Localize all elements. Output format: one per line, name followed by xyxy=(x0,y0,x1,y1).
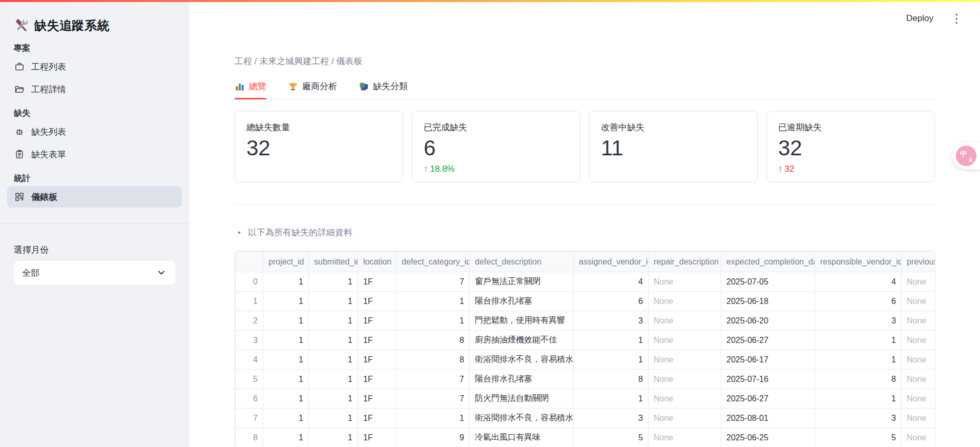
cell-defect_description[interactable]: 窗戶無法正常關閉 xyxy=(470,272,574,292)
cell-index[interactable]: 4 xyxy=(236,350,263,370)
cell-responsible_vendor_id[interactable]: 1 xyxy=(815,350,902,370)
cell-location[interactable]: 1F xyxy=(358,370,397,389)
column-header-submitted_id[interactable]: submitted_id xyxy=(309,252,358,272)
cell-responsible_vendor_id[interactable]: 3 xyxy=(815,409,902,428)
cell-defect_category_id[interactable]: 9 xyxy=(397,428,470,447)
deploy-button[interactable]: Deploy xyxy=(906,13,933,24)
cell-repair_description[interactable]: None xyxy=(649,350,721,370)
kebab-menu-icon[interactable]: ⋮ xyxy=(947,11,967,27)
cell-defect_description[interactable]: 陽台排水孔堵塞 xyxy=(470,370,574,389)
cell-repair_description[interactable]: None xyxy=(649,428,721,447)
cell-previous_[interactable]: None xyxy=(902,409,936,428)
cell-submitted_id[interactable]: 1 xyxy=(309,311,358,331)
cell-repair_description[interactable]: None xyxy=(649,370,721,389)
cell-repair_description[interactable]: None xyxy=(649,272,721,292)
cell-assigned_vendor_id[interactable]: 5 xyxy=(574,428,649,447)
cell-assigned_vendor_id[interactable]: 4 xyxy=(574,272,649,292)
cell-location[interactable]: 1F xyxy=(358,331,397,350)
cell-previous_[interactable]: None xyxy=(902,331,936,350)
cell-responsible_vendor_id[interactable]: 5 xyxy=(815,428,902,447)
cell-assigned_vendor_id[interactable]: 6 xyxy=(574,292,649,311)
column-header-project_id[interactable]: project_id xyxy=(263,252,309,272)
cell-submitted_id[interactable]: 1 xyxy=(309,272,358,292)
cell-responsible_vendor_id[interactable]: 3 xyxy=(815,311,902,331)
cell-project_id[interactable]: 1 xyxy=(263,389,309,409)
cell-index[interactable]: 5 xyxy=(236,370,263,389)
cell-defect_description[interactable]: 防火門無法自動關閉 xyxy=(470,389,574,409)
cell-previous_[interactable]: None xyxy=(902,292,936,311)
cell-project_id[interactable]: 1 xyxy=(263,311,309,331)
cell-repair_description[interactable]: None xyxy=(649,292,721,311)
cell-previous_[interactable]: None xyxy=(902,311,936,331)
cell-index[interactable]: 6 xyxy=(236,389,263,409)
cell-previous_[interactable]: None xyxy=(902,350,936,370)
tab-廠商分析[interactable]: 廠商分析 xyxy=(288,80,337,99)
cell-project_id[interactable]: 1 xyxy=(263,409,309,428)
cell-expected_completion_day[interactable]: 2025-06-25 xyxy=(721,428,815,447)
sidebar-item-儀錶板[interactable]: 儀錶板 xyxy=(7,186,182,208)
cell-index[interactable]: 1 xyxy=(236,292,263,311)
cell-defect_description[interactable]: 衛浴間排水不良，容易積水 xyxy=(470,350,574,370)
cell-index[interactable]: 2 xyxy=(236,311,263,331)
column-header-index[interactable] xyxy=(236,252,263,272)
cell-responsible_vendor_id[interactable]: 1 xyxy=(815,331,902,350)
column-header-assigned_vendor_id[interactable]: assigned_vendor_id xyxy=(574,252,649,272)
cell-previous_[interactable]: None xyxy=(902,370,936,389)
cell-responsible_vendor_id[interactable]: 6 xyxy=(815,292,902,311)
cell-assigned_vendor_id[interactable]: 3 xyxy=(574,409,649,428)
cell-submitted_id[interactable]: 1 xyxy=(309,389,358,409)
cell-defect_category_id[interactable]: 1 xyxy=(397,409,470,428)
cell-assigned_vendor_id[interactable]: 1 xyxy=(574,331,649,350)
cell-project_id[interactable]: 1 xyxy=(263,292,309,311)
cell-project_id[interactable]: 1 xyxy=(263,350,309,370)
cell-expected_completion_day[interactable]: 2025-08-01 xyxy=(721,409,815,428)
cell-repair_description[interactable]: None xyxy=(649,409,721,428)
cell-defect_category_id[interactable]: 7 xyxy=(397,389,470,409)
cell-responsible_vendor_id[interactable]: 8 xyxy=(815,370,902,389)
cell-defect_description[interactable]: 衛浴間排水不良，容易積水 xyxy=(470,409,574,428)
cell-submitted_id[interactable]: 1 xyxy=(309,331,358,350)
cell-expected_completion_day[interactable]: 2025-07-16 xyxy=(721,370,815,389)
cell-defect_description[interactable]: 門把鬆動，使用時有異響 xyxy=(470,311,574,331)
dataframe[interactable]: project_idsubmitted_idlocationdefect_cat… xyxy=(235,251,935,447)
cell-project_id[interactable]: 1 xyxy=(263,370,309,389)
column-header-defect_description[interactable]: defect_description xyxy=(470,252,574,272)
cell-submitted_id[interactable]: 1 xyxy=(309,428,358,447)
cell-submitted_id[interactable]: 1 xyxy=(309,350,358,370)
cell-index[interactable]: 0 xyxy=(236,272,263,292)
sidebar-item-工程列表[interactable]: 工程列表 xyxy=(7,56,182,77)
column-header-location[interactable]: location xyxy=(358,252,397,272)
cell-project_id[interactable]: 1 xyxy=(263,428,309,447)
cell-location[interactable]: 1F xyxy=(358,311,397,331)
tab-總覽[interactable]: 總覽 xyxy=(235,80,266,99)
cell-submitted_id[interactable]: 1 xyxy=(309,292,358,311)
cell-defect_description[interactable]: 廚房抽油煙機效能不佳 xyxy=(470,331,574,350)
cell-expected_completion_day[interactable]: 2025-06-27 xyxy=(721,331,815,350)
cell-defect_category_id[interactable]: 7 xyxy=(397,272,470,292)
translate-pill[interactable]: 中 A xyxy=(952,143,980,169)
cell-location[interactable]: 1F xyxy=(358,292,397,311)
cell-assigned_vendor_id[interactable]: 1 xyxy=(574,389,649,409)
cell-location[interactable]: 1F xyxy=(358,428,397,447)
column-header-previous_[interactable]: previous_ xyxy=(902,252,936,272)
cell-project_id[interactable]: 1 xyxy=(263,272,309,292)
cell-expected_completion_day[interactable]: 2025-07-05 xyxy=(721,272,815,292)
cell-index[interactable]: 8 xyxy=(236,428,263,447)
column-header-responsible_vendor_id[interactable]: responsible_vendor_id xyxy=(815,252,902,272)
cell-submitted_id[interactable]: 1 xyxy=(309,370,358,389)
sidebar-item-缺失表單[interactable]: 缺失表單 xyxy=(7,144,182,165)
cell-responsible_vendor_id[interactable]: 1 xyxy=(815,389,902,409)
column-header-expected_completion_day[interactable]: expected_completion_day xyxy=(721,252,815,272)
cell-defect_category_id[interactable]: 8 xyxy=(397,331,470,350)
cell-defect_category_id[interactable]: 7 xyxy=(397,370,470,389)
cell-defect_description[interactable]: 冷氣出風口有異味 xyxy=(470,428,574,447)
cell-responsible_vendor_id[interactable]: 4 xyxy=(815,272,902,292)
cell-expected_completion_day[interactable]: 2025-06-27 xyxy=(721,389,815,409)
cell-repair_description[interactable]: None xyxy=(649,311,721,331)
column-header-defect_category_id[interactable]: defect_category_id xyxy=(397,252,470,272)
sidebar-item-缺失列表[interactable]: 缺失列表 xyxy=(7,121,182,143)
cell-defect_category_id[interactable]: 1 xyxy=(397,311,470,331)
cell-assigned_vendor_id[interactable]: 3 xyxy=(574,311,649,331)
cell-index[interactable]: 7 xyxy=(236,409,263,428)
cell-expected_completion_day[interactable]: 2025-06-20 xyxy=(721,311,815,331)
